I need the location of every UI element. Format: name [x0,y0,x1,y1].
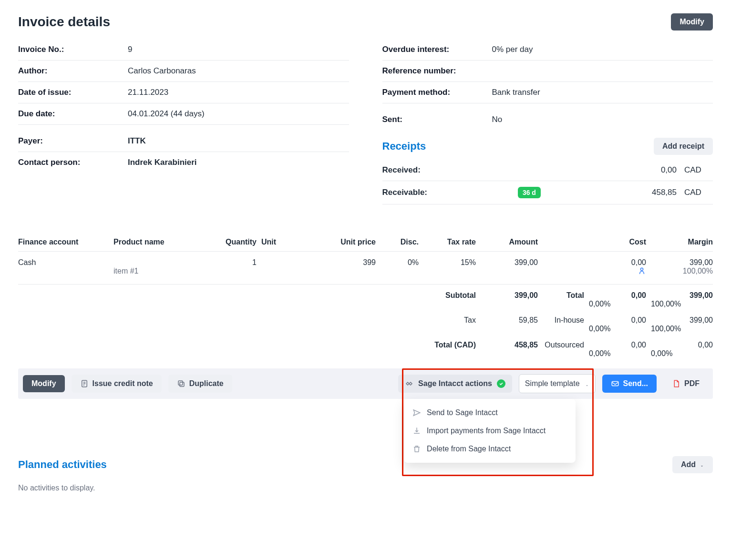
envelope-icon [611,379,619,388]
label-receivable: Receivable: [382,181,518,204]
outsourced-cost-pct: 0,00% [589,349,646,358]
row-reference: Reference number: [382,61,713,82]
value-overdue: 0% per day [492,39,713,61]
row-due-date: Due date: 04.01.2024 (44 days) [18,103,349,125]
inhouse-cost-pct: 0,00% [589,325,646,333]
row-date-issue: Date of issue: 21.11.2023 [18,82,349,103]
label-contact: Contact person: [18,152,128,173]
issue-credit-note-label: Issue credit note [93,380,153,387]
grand-total-label: Total (CAD) [423,341,476,358]
row-overdue: Overdue interest: 0% per day [382,39,713,61]
value-payment-method: Bank transfer [492,82,713,103]
ccy-received: CAD [684,160,713,181]
label-overdue: Overdue interest: [382,39,492,61]
cell-qty: 1 [214,258,257,267]
menu-send-to-sage[interactable]: Send to Sage Intacct [404,404,576,422]
tax-amount: 59,85 [481,316,538,333]
svg-rect-2 [178,381,183,385]
trash-icon [412,445,421,453]
cell-margin-pct: 100,00% [651,267,713,277]
duplicate-button[interactable]: Duplicate [168,375,232,393]
sage-actions-popover: Send to Sage Intacct Import payments fro… [404,399,576,463]
value-payer[interactable]: ITTK [128,131,349,152]
row-invoice-no: Invoice No.: 9 [18,39,349,61]
status-ok-icon [497,379,505,388]
label-received: Received: [382,160,518,181]
receipts-heading: Receipts [382,140,426,153]
menu-send-to-sage-label: Send to Sage Intacct [427,408,498,417]
col-amount: Amount [481,238,538,246]
row-receivable: Receivable: 36 d 458,85 CAD [382,181,713,204]
outsourced-label: Outsourced [543,341,584,358]
receivable-days-badge: 36 d [518,187,541,198]
pdf-button[interactable]: PDF [663,375,708,393]
outsourced-cost: 0,00 [589,341,646,349]
inhouse-margin-pct: 100,00% [651,325,713,333]
send-icon [412,408,421,417]
planned-empty-state: No activities to display. [18,484,713,492]
ccy-receivable: CAD [684,181,713,204]
row-received: Received: 0,00 CAD [382,160,713,181]
row-payer: Payer: ITTK [18,131,349,152]
label-author: Author: [18,61,128,82]
person-icon[interactable] [589,267,646,277]
duplicate-label: Duplicate [189,380,224,387]
send-button[interactable]: Send... [602,375,657,393]
add-activity-button[interactable]: Add [672,456,713,473]
menu-delete-from-sage[interactable]: Delete from Sage Intacct [404,440,576,458]
col-margin: Margin [651,238,713,246]
cell-margin: 399,00 [651,258,713,267]
cell-finance: Cash [18,258,109,267]
label-sent: Sent: [382,109,492,130]
modify-button-top[interactable]: Modify [671,13,713,31]
value-due-date: 04.01.2024 (44 days) [128,103,349,125]
inhouse-label: In-house [543,316,584,333]
col-cost: Cost [589,238,646,246]
outsourced-margin-pct: 0,00% [651,349,713,358]
label-payment-method: Payment method: [382,82,492,103]
sage-intacct-actions-button[interactable]: Sage Intacct actions [398,375,512,393]
value-date-issue: 21.11.2023 [128,82,349,103]
tax-label: Tax [423,316,476,333]
col-disc: Disc. [381,238,419,246]
menu-import-payments[interactable]: Import payments from Sage Intacct [404,422,576,440]
action-bar: Modify Issue credit note Duplicate Sage … [18,368,713,399]
label-due-date: Due date: [18,103,128,125]
grand-total-amount: 458,85 [481,341,538,358]
value-contact[interactable]: Indrek Karabinieri [128,152,349,173]
cell-cost: 0,00 [589,258,646,267]
pdf-label: PDF [684,380,700,387]
inhouse-margin: 399,00 [651,316,713,325]
cell-disc: 0% [381,258,419,267]
items-header: Finance account Product name Quantity Un… [18,233,713,252]
col-unit: Unit [261,238,299,246]
svg-rect-1 [180,382,184,387]
add-receipt-button[interactable]: Add receipt [654,138,713,155]
label-reference: Reference number: [382,61,492,82]
row-contact: Contact person: Indrek Karabinieri [18,152,349,173]
col-tax: Tax rate [423,238,476,246]
col-finance: Finance account [18,238,109,246]
value-receivable: 458,85 [587,181,684,204]
menu-delete-from-sage-label: Delete from Sage Intacct [427,445,511,453]
total-cost: 0,00 [589,291,646,300]
send-label: Send... [623,380,648,387]
value-invoice-no: 9 [128,39,349,61]
total-margin-pct: 100,00% [651,300,713,308]
cell-amount: 399,00 [481,258,538,267]
chevron-down-icon [585,381,589,386]
total-margin: 399,00 [651,291,713,300]
total-cost-pct: 0,00% [589,300,646,308]
row-sent: Sent: No [382,109,713,130]
outsourced-margin: 0,00 [651,341,713,349]
cell-unit-price: 399 [304,258,376,267]
template-select-label: Simple template [525,379,580,388]
chevron-down-icon [700,462,704,467]
label-payer: Payer: [18,131,128,152]
issue-credit-note-button[interactable]: Issue credit note [72,375,162,393]
modify-button[interactable]: Modify [23,375,65,392]
add-activity-label: Add [681,461,696,468]
menu-import-payments-label: Import payments from Sage Intacct [427,427,546,435]
value-received: 0,00 [587,160,684,181]
template-select[interactable]: Simple template [519,374,596,393]
